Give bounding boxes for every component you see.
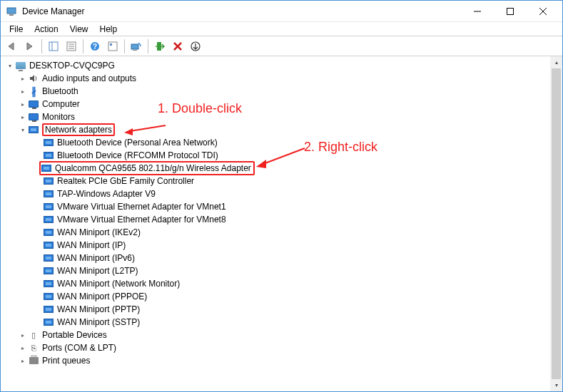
network-adapter-icon bbox=[43, 265, 54, 277]
scroll-up-button[interactable]: ▴ bbox=[550, 56, 562, 68]
expand-icon[interactable]: ▸ bbox=[18, 330, 28, 340]
svg-rect-3 bbox=[507, 8, 514, 14]
node-label: Bluetooth bbox=[42, 86, 78, 96]
audio-icon bbox=[28, 73, 39, 84]
tree-item-net-device[interactable]: WAN Miniport (Network Monitor) bbox=[4, 277, 550, 290]
tree-item-computer[interactable]: ▸ Computer bbox=[4, 98, 550, 110]
highlight-2: Qualcomm QCA9565 802.11b/g/n Wireless Ad… bbox=[39, 161, 255, 175]
tree-item-audio[interactable]: ▸ Audio inputs and outputs bbox=[4, 72, 550, 85]
network-adapter-icon bbox=[43, 214, 54, 225]
collapse-icon[interactable]: ▾ bbox=[5, 61, 15, 71]
expand-icon[interactable]: ▸ bbox=[18, 356, 28, 366]
expand-icon[interactable]: ▸ bbox=[18, 86, 28, 96]
tree-item-net-device[interactable]: TAP-Windows Adapter V9 bbox=[4, 187, 550, 200]
node-label: WAN Miniport (L2TP) bbox=[57, 266, 138, 276]
tree-item-net-device[interactable]: Realtek PCIe GbE Family Controller bbox=[4, 175, 550, 187]
svg-rect-6 bbox=[49, 42, 58, 51]
menu-action[interactable]: Action bbox=[29, 23, 64, 36]
toolbar-separator bbox=[148, 39, 148, 53]
device-tree[interactable]: ▾ DESKTOP-CVQC9PG ▸ Audio inputs and out… bbox=[1, 56, 550, 391]
tree-item-print-queues[interactable]: ▸ Print queues bbox=[4, 354, 550, 367]
node-label: Network adapters bbox=[45, 125, 112, 135]
node-label: Monitors bbox=[42, 112, 75, 122]
tree-item-net-device[interactable]: VMware Virtual Ethernet Adapter for VMne… bbox=[4, 200, 550, 213]
back-button[interactable] bbox=[4, 38, 21, 55]
node-label: WAN Miniport (IKEv2) bbox=[57, 227, 141, 237]
node-label: Qualcomm QCA9565 802.11b/g/n Wireless Ad… bbox=[55, 163, 251, 173]
network-adapter-icon bbox=[43, 316, 54, 328]
monitor-icon bbox=[28, 111, 39, 123]
tree-item-net-device[interactable]: WAN Miniport (SSTP) bbox=[4, 316, 550, 329]
tree-item-net-device-selected[interactable]: Qualcomm QCA9565 802.11b/g/n Wireless Ad… bbox=[4, 162, 550, 175]
vertical-scrollbar[interactable]: ▴ ▾ bbox=[550, 56, 562, 391]
collapse-icon[interactable]: ▾ bbox=[18, 125, 28, 135]
expand-icon[interactable]: ▸ bbox=[18, 99, 28, 109]
network-adapter-icon bbox=[43, 291, 54, 302]
scroll-down-button[interactable]: ▾ bbox=[550, 379, 562, 391]
network-adapter-icon bbox=[43, 175, 54, 187]
tree-item-net-device[interactable]: VMware Virtual Ethernet Adapter for VMne… bbox=[4, 213, 550, 226]
content-area: ▾ DESKTOP-CVQC9PG ▸ Audio inputs and out… bbox=[1, 56, 562, 391]
maximize-button[interactable] bbox=[494, 1, 527, 22]
svg-rect-15 bbox=[110, 43, 112, 46]
tree-item-net-device[interactable]: WAN Miniport (PPTP) bbox=[4, 303, 550, 316]
bluetooth-icon: ∦ bbox=[28, 86, 39, 97]
portable-devices-icon: ▯ bbox=[28, 329, 39, 341]
node-label: VMware Virtual Ethernet Adapter for VMne… bbox=[57, 202, 226, 212]
tree-item-net-device[interactable]: WAN Miniport (IPv6) bbox=[4, 252, 550, 264]
network-adapter-icon bbox=[43, 227, 54, 238]
tree-item-portable-devices[interactable]: ▸ ▯ Portable Devices bbox=[4, 329, 550, 341]
network-adapter-icon bbox=[43, 239, 54, 251]
highlight-1: Network adapters bbox=[42, 123, 115, 136]
node-label: WAN Miniport (SSTP) bbox=[57, 317, 140, 327]
tree-item-bluetooth[interactable]: ▸ ∦ Bluetooth bbox=[4, 85, 550, 98]
node-label: Bluetooth Device (RFCOMM Protocol TDI) bbox=[57, 150, 218, 160]
tree-item-monitors[interactable]: ▸ Monitors bbox=[4, 110, 550, 123]
tree-item-net-device[interactable]: WAN Miniport (PPPOE) bbox=[4, 290, 550, 303]
tree-item-net-device[interactable]: Bluetooth Device (Personal Area Network) bbox=[4, 136, 550, 149]
tree-item-net-device[interactable]: WAN Miniport (IP) bbox=[4, 239, 550, 252]
tree-item-net-device[interactable]: WAN Miniport (L2TP) bbox=[4, 264, 550, 277]
toolbar-separator bbox=[41, 39, 42, 53]
network-adapter-icon bbox=[43, 304, 54, 315]
show-hide-console-tree-button[interactable] bbox=[45, 38, 62, 55]
node-label: WAN Miniport (PPTP) bbox=[57, 304, 140, 314]
node-label: Realtek PCIe GbE Family Controller bbox=[57, 176, 194, 186]
network-adapter-icon bbox=[28, 124, 39, 135]
close-button[interactable] bbox=[527, 1, 559, 22]
node-label: Audio inputs and outputs bbox=[42, 73, 136, 83]
enable-device-button[interactable] bbox=[151, 38, 168, 55]
network-adapter-icon bbox=[43, 137, 54, 148]
menu-help[interactable]: Help bbox=[94, 23, 123, 36]
tree-item-network-adapters[interactable]: ▾ Network adapters bbox=[4, 123, 550, 136]
computer-icon bbox=[15, 60, 26, 71]
help-button[interactable]: ? bbox=[86, 38, 103, 55]
network-adapter-icon bbox=[43, 278, 54, 289]
network-adapter-icon bbox=[43, 188, 54, 200]
node-label: Portable Devices bbox=[42, 330, 107, 340]
scan-hardware-button[interactable] bbox=[128, 38, 145, 55]
toolbar-separator bbox=[83, 39, 83, 53]
minimize-button[interactable] bbox=[461, 1, 494, 22]
tree-item-ports[interactable]: ▸ ⎘ Ports (COM & LPT) bbox=[4, 341, 550, 354]
node-label: TAP-Windows Adapter V9 bbox=[57, 189, 156, 199]
uninstall-device-button[interactable] bbox=[169, 38, 186, 55]
node-label: VMware Virtual Ethernet Adapter for VMne… bbox=[57, 215, 226, 225]
properties-button[interactable] bbox=[63, 38, 80, 55]
expand-icon[interactable]: ▸ bbox=[18, 112, 28, 122]
expand-icon[interactable]: ▸ bbox=[18, 343, 28, 353]
tree-item-net-device[interactable]: Bluetooth Device (RFCOMM Protocol TDI) bbox=[4, 149, 550, 162]
node-label: Computer bbox=[42, 99, 80, 109]
ports-icon: ⎘ bbox=[28, 342, 39, 354]
scroll-thumb[interactable] bbox=[552, 68, 561, 379]
menu-file[interactable]: File bbox=[4, 23, 29, 36]
network-adapter-icon bbox=[41, 163, 52, 174]
action-button[interactable] bbox=[104, 38, 121, 55]
forward-button[interactable] bbox=[21, 38, 39, 55]
tree-item-net-device[interactable]: WAN Miniport (IKEv2) bbox=[4, 226, 550, 239]
expand-icon[interactable]: ▸ bbox=[18, 73, 28, 83]
update-driver-button[interactable] bbox=[187, 38, 204, 55]
menu-view[interactable]: View bbox=[64, 23, 94, 36]
tree-root[interactable]: ▾ DESKTOP-CVQC9PG bbox=[4, 59, 550, 72]
app-icon bbox=[6, 6, 18, 17]
